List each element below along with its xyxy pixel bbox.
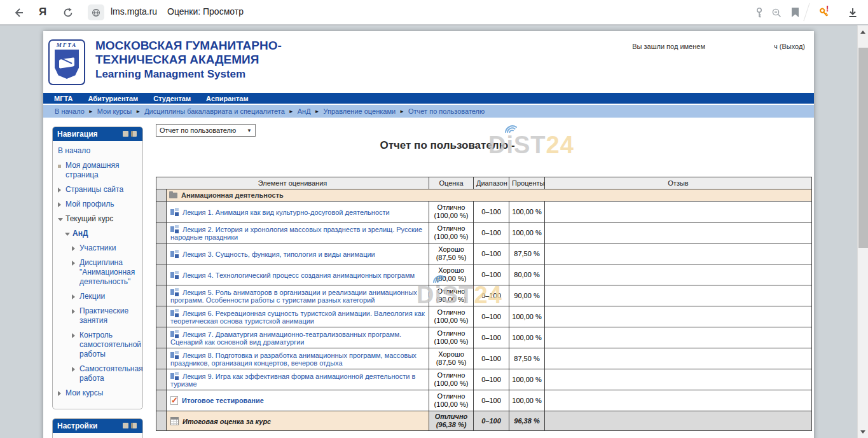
nav-label: Мой профиль (65, 200, 139, 209)
table-header-row: Элемент оценивания Оценка Диапазон Проце… (156, 177, 812, 189)
nav-item-13[interactable]: Мои курсы (58, 388, 139, 398)
indent-cell (156, 243, 167, 264)
grade-percent: (87,50 %) (436, 254, 467, 261)
nav-label: АнД (72, 229, 139, 238)
nav-label: Лекции (79, 292, 139, 301)
breadcrumb-link-6[interactable]: Отчет по пользователю (408, 107, 485, 115)
breadcrumb-link-5[interactable]: Управление оценками (324, 107, 396, 115)
lesson-icon (170, 288, 179, 296)
topnav-item-2[interactable]: Абитуриентам (80, 95, 146, 102)
grade-value: Хорошо (438, 266, 464, 274)
topnav-item-4[interactable]: Аспирантам (198, 95, 256, 102)
address-url[interactable]: lms.mgta.ru (111, 6, 157, 17)
item-link[interactable]: Лекция 8. Подготовка и разработка анимац… (170, 352, 417, 367)
grade-row-9: Лекция 9. Игра как эффективная форма ани… (156, 369, 812, 390)
lesson-icon (170, 208, 179, 216)
password-alert-icon[interactable]: ! (817, 6, 831, 20)
nav-item-12[interactable]: Самостоятельная работа (72, 364, 139, 383)
item-link[interactable]: Лекция 2. История и хронология массовых … (170, 226, 422, 241)
grade-percent: (100,00 %) (434, 317, 469, 324)
item-link[interactable]: Лекция 6. Рекреационная сущность туристс… (170, 310, 425, 325)
nav-label: Самостоятельная работа (79, 364, 143, 383)
breadcrumb-link-3[interactable]: Дисциплины бакалавриата и специалитета (144, 107, 285, 115)
logout-link[interactable]: ч (Выход) (774, 43, 805, 50)
dock-block-icon[interactable] (131, 131, 137, 137)
breadcrumb-link-1[interactable]: В начало (55, 107, 85, 115)
course-total-row: Итоговая оценка за курс Отлично(96,38 %)… (156, 411, 812, 431)
grade-row-2: Лекция 2. История и хронология массовых … (156, 222, 812, 243)
back-icon[interactable] (11, 6, 25, 20)
report-type-select[interactable]: Отчет по пользователю ▼ (156, 124, 256, 137)
nav-item-8[interactable]: Дисциплина "Анимационная деятельность" (72, 258, 139, 287)
range-cell: 0–100 (474, 202, 509, 222)
grade-cell: Отлично(100,00 %) (429, 390, 474, 411)
academy-title-line1: МОСКОВСКАЯ ГУМАНИТАРНО- (95, 39, 282, 53)
dock-block-icon[interactable] (131, 423, 137, 428)
page-title: Отчет по пользователю - (156, 139, 812, 152)
item-name-cell: Лекция 3. Сущность, функция, типология и… (167, 243, 429, 264)
item-link[interactable]: Итоговое тестирование (182, 397, 264, 404)
yandex-icon[interactable]: Я (36, 5, 50, 19)
nav-item-9[interactable]: Лекции (72, 292, 139, 301)
browser-toolbar: Я lms.mgta.ru Оценки: Просмотр ! (0, 0, 868, 25)
lesson-icon (170, 271, 179, 279)
item-link[interactable]: Лекция 7. Драматургия анимационно-театра… (170, 331, 401, 346)
item-name-cell: Лекция 8. Подготовка и разработка анимац… (167, 348, 429, 369)
nav-item-7[interactable]: Участники (72, 243, 139, 253)
col-header-percent: Проценты (509, 177, 545, 189)
nav-item-4[interactable]: Мой профиль (58, 200, 139, 209)
item-link[interactable]: Лекция 1. Анимация как вид культурно-дос… (183, 209, 390, 216)
nav-item-10[interactable]: Практические занятия (72, 306, 139, 325)
calculator-icon (170, 417, 179, 425)
academy-title-line2: ТЕХНИЧЕСКАЯ АКАДЕМИЯ (95, 53, 282, 67)
site-info-chip[interactable] (88, 4, 104, 20)
grade-value: Отлично (437, 287, 465, 295)
category-label: Анимационная деятельность (181, 191, 284, 199)
item-name-cell: Лекция 6. Рекреационная сущность туристс… (167, 306, 429, 327)
collapse-block-icon[interactable] (123, 423, 128, 428)
total-percent-cell: 96,38 % (509, 411, 545, 431)
nav-item-2[interactable]: Моя домашняя страница (58, 161, 139, 180)
globe-icon (92, 8, 100, 17)
item-name-cell: Лекция 5. Роль аниматоров в организации … (167, 285, 429, 306)
item-link[interactable]: Лекция 9. Игра как эффективная форма ани… (170, 373, 415, 388)
item-name-cell: Лекция 9. Игра как эффективная форма ани… (167, 369, 429, 390)
item-link[interactable]: Лекция 5. Роль аниматоров в организации … (170, 289, 417, 304)
download-icon[interactable] (846, 6, 860, 20)
feedback-cell (545, 369, 812, 390)
item-link[interactable]: Лекция 3. Сущность, функция, типология и… (183, 250, 375, 258)
password-icon[interactable] (752, 6, 766, 20)
scroll-down-arrow[interactable] (858, 427, 868, 437)
breadcrumb-separator: ► (135, 109, 141, 114)
total-feedback-cell (545, 411, 812, 431)
navigation-items: В началоМоя домашняя страницаСтраницы са… (53, 141, 142, 409)
feedback-cell (545, 202, 812, 222)
scroll-up-arrow[interactable] (858, 27, 868, 37)
zoom-icon[interactable] (769, 6, 783, 20)
grade-row-10: Итоговое тестированиеОтлично(100,00 %)0–… (156, 390, 812, 411)
topnav-item-3[interactable]: Студентам (146, 95, 198, 102)
nav-item-3[interactable]: Страницы сайта (58, 185, 139, 195)
reload-icon[interactable] (61, 6, 75, 20)
total-label: Итоговая оценка за курс (183, 418, 271, 425)
item-link[interactable]: Лекция 4. Технологический процесс создан… (183, 271, 415, 279)
collapse-block-icon[interactable] (123, 131, 128, 137)
nav-item-11[interactable]: Контроль самостоятельной работы (72, 331, 139, 359)
col-header-grade: Оценка (429, 177, 474, 189)
indent-cell (156, 369, 167, 390)
grade-cell: Отлично(100,00 %) (429, 369, 474, 390)
nav-item-1[interactable]: В начало (58, 146, 139, 156)
nav-label: Текущий курс (65, 214, 139, 224)
bookmark-icon[interactable] (788, 6, 802, 20)
item-name-cell: Лекция 1. Анимация как вид культурно-дос… (167, 202, 429, 222)
scrollbar-thumb[interactable] (858, 48, 868, 248)
nav-item-6[interactable]: АнД (65, 229, 139, 238)
lesson-icon (170, 330, 179, 338)
grade-row-1: Лекция 1. Анимация как вид культурно-дос… (156, 202, 812, 222)
grade-row-8: Лекция 8. Подготовка и разработка анимац… (156, 348, 812, 369)
grade-cell: Отлично(100,00 %) (429, 202, 474, 222)
breadcrumb-link-4[interactable]: АнД (298, 107, 311, 115)
topnav-item-1[interactable]: МГТА (46, 95, 80, 102)
breadcrumb-link-2[interactable]: Мои курсы (97, 107, 132, 115)
nav-item-5[interactable]: Текущий курс (58, 214, 139, 224)
